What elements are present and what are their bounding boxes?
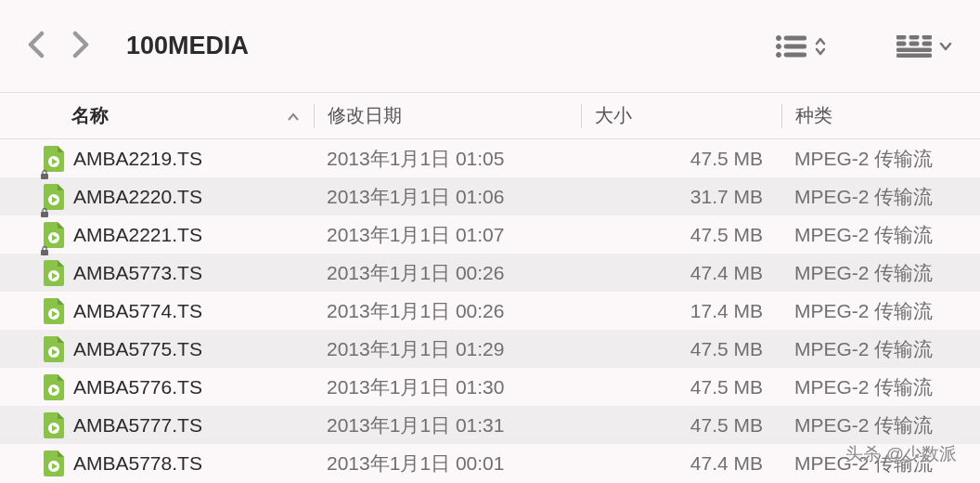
list-view-button[interactable] (775, 34, 827, 59)
file-name-cell: AMBA5773.TS (0, 260, 314, 286)
svg-rect-6 (896, 35, 906, 39)
file-kind-cell: MPEG-2 传输流 (781, 450, 980, 476)
file-date-cell: 2013年1月1日 00:26 (314, 298, 580, 324)
table-row[interactable]: AMBA2219.TS 2013年1月1日 01:05 47.5 MB MPEG… (0, 139, 980, 177)
column-size-label: 大小 (595, 105, 632, 125)
svg-rect-9 (896, 42, 906, 46)
video-file-icon (44, 412, 64, 438)
lock-badge-icon (39, 201, 50, 212)
svg-rect-5 (784, 53, 806, 57)
file-size-cell: 17.4 MB (580, 300, 781, 322)
folder-title: 100MEDIA (126, 32, 249, 60)
svg-point-4 (777, 52, 781, 57)
file-kind-cell: MPEG-2 传输流 (781, 222, 980, 248)
back-button[interactable] (28, 31, 45, 62)
svg-point-2 (777, 44, 781, 48)
file-name: AMBA5776.TS (73, 376, 202, 398)
file-size-cell: 47.4 MB (580, 452, 781, 475)
video-file-icon (44, 450, 64, 476)
file-name: AMBA2220.TS (73, 186, 202, 208)
file-date-cell: 2013年1月1日 00:01 (314, 450, 580, 476)
file-size-cell: 47.4 MB (580, 262, 781, 284)
file-kind-cell: MPEG-2 传输流 (781, 146, 980, 172)
file-kind-cell: MPEG-2 传输流 (781, 374, 980, 400)
table-row[interactable]: AMBA2221.TS 2013年1月1日 01:07 47.5 MB MPEG… (0, 215, 980, 254)
video-file-icon (44, 336, 64, 362)
column-header-kind[interactable]: 种类 (782, 103, 980, 128)
file-size-cell: 47.5 MB (580, 338, 781, 360)
file-name-cell: AMBA5778.TS (0, 450, 314, 476)
file-date-cell: 2013年1月1日 01:07 (314, 222, 580, 248)
file-name-cell: AMBA2220.TS (0, 184, 314, 210)
columns-header: 名称 修改日期 大小 种类 (0, 93, 980, 139)
file-name: AMBA5774.TS (73, 300, 202, 322)
table-row[interactable]: AMBA5775.TS 2013年1月1日 01:29 47.5 MB MPEG… (0, 330, 980, 368)
svg-rect-3 (784, 45, 806, 48)
column-date-label: 修改日期 (328, 105, 402, 125)
view-controls (775, 34, 952, 59)
table-row[interactable]: AMBA5776.TS 2013年1月1日 01:30 47.5 MB MPEG… (0, 368, 980, 406)
file-date-cell: 2013年1月1日 00:26 (314, 260, 580, 286)
file-name: AMBA5777.TS (73, 414, 202, 437)
file-date-cell: 2013年1月1日 01:29 (314, 336, 580, 362)
file-name-cell: AMBA5774.TS (0, 298, 314, 324)
file-name: AMBA2221.TS (73, 224, 202, 246)
table-row[interactable]: AMBA5778.TS 2013年1月1日 00:01 47.4 MB MPEG… (0, 444, 980, 482)
file-name-cell: AMBA2219.TS (0, 146, 314, 172)
table-row[interactable]: AMBA5773.TS 2013年1月1日 00:26 47.4 MB MPEG… (0, 254, 980, 292)
chevron-updown-icon (814, 36, 827, 57)
file-date-cell: 2013年1月1日 01:30 (314, 374, 580, 400)
video-file-icon (44, 146, 64, 172)
file-size-cell: 47.5 MB (580, 414, 781, 437)
file-date-cell: 2013年1月1日 01:31 (314, 412, 580, 438)
svg-rect-13 (896, 54, 932, 58)
video-file-icon (44, 298, 64, 324)
table-row[interactable]: AMBA2220.TS 2013年1月1日 01:06 31.7 MB MPEG… (0, 177, 980, 215)
column-header-size[interactable]: 大小 (582, 103, 781, 128)
video-file-icon (44, 222, 64, 248)
svg-point-0 (777, 35, 781, 40)
file-date-cell: 2013年1月1日 01:05 (314, 146, 580, 172)
file-kind-cell: MPEG-2 传输流 (781, 298, 980, 324)
column-header-name[interactable]: 名称 (0, 103, 314, 128)
file-size-cell: 31.7 MB (580, 186, 781, 208)
file-kind-cell: MPEG-2 传输流 (781, 336, 980, 362)
file-list: AMBA2219.TS 2013年1月1日 01:05 47.5 MB MPEG… (0, 139, 980, 482)
sort-ascending-icon (287, 105, 300, 126)
table-row[interactable]: AMBA5774.TS 2013年1月1日 00:26 17.4 MB MPEG… (0, 292, 980, 330)
forward-button[interactable] (72, 31, 89, 62)
column-kind-label: 种类 (795, 105, 832, 125)
file-name: AMBA5773.TS (73, 262, 202, 284)
grid-view-button[interactable] (896, 35, 952, 58)
file-kind-cell: MPEG-2 传输流 (781, 184, 980, 210)
file-name: AMBA2219.TS (73, 148, 202, 170)
file-name-cell: AMBA5776.TS (0, 374, 314, 400)
lock-badge-icon (39, 163, 50, 174)
video-file-icon (44, 260, 64, 286)
lock-badge-icon (39, 239, 50, 250)
svg-rect-1 (784, 36, 806, 40)
file-date-cell: 2013年1月1日 01:06 (314, 184, 580, 210)
file-name: AMBA5775.TS (73, 338, 202, 360)
file-name-cell: AMBA2221.TS (0, 222, 314, 248)
file-size-cell: 47.5 MB (580, 148, 781, 170)
svg-rect-17 (41, 212, 48, 217)
svg-rect-7 (909, 35, 919, 39)
svg-rect-10 (909, 42, 919, 46)
svg-rect-11 (922, 42, 932, 46)
video-file-icon (44, 374, 64, 400)
column-name-label: 名称 (71, 103, 109, 128)
toolbar: 100MEDIA (0, 0, 980, 93)
file-name-cell: AMBA5775.TS (0, 336, 314, 362)
file-name: AMBA5778.TS (73, 452, 202, 475)
nav-arrows (28, 31, 89, 62)
video-file-icon (44, 184, 64, 210)
file-name-cell: AMBA5777.TS (0, 412, 314, 438)
svg-rect-8 (922, 35, 932, 39)
column-header-date[interactable]: 修改日期 (315, 103, 581, 128)
chevron-down-icon (939, 42, 952, 51)
file-size-cell: 47.5 MB (580, 224, 781, 246)
table-row[interactable]: AMBA5777.TS 2013年1月1日 01:31 47.5 MB MPEG… (0, 406, 980, 444)
svg-rect-15 (41, 174, 48, 179)
svg-rect-12 (896, 48, 932, 52)
